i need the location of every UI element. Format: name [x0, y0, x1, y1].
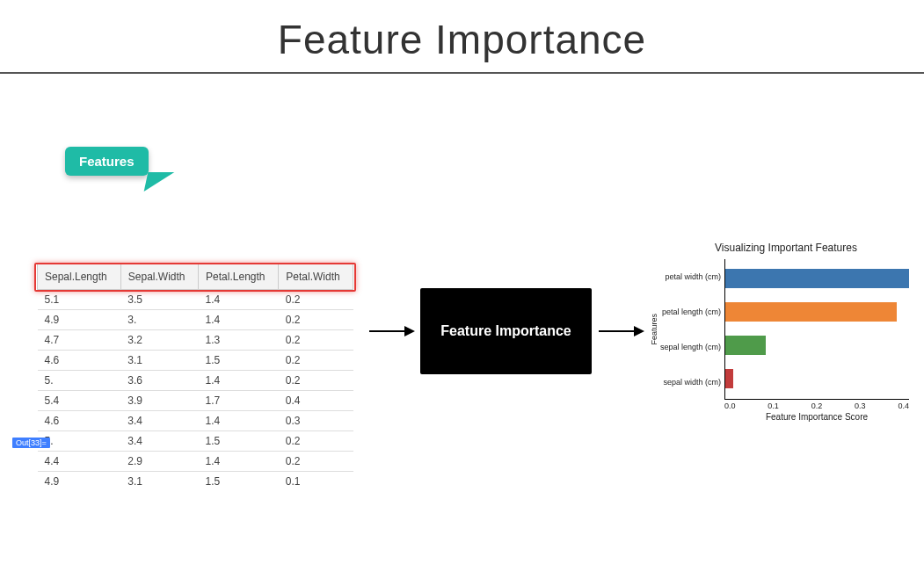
table-cell: 3. [120, 310, 198, 330]
chart-bar [725, 302, 897, 322]
chart-bar [725, 269, 909, 288]
table-row: 5.13.51.40.2 [38, 290, 353, 310]
table-cell: 3.5 [120, 290, 198, 310]
table-cell: 4.6 [38, 351, 121, 371]
table-cell: 1.4 [199, 290, 279, 310]
features-callout: Features [65, 147, 149, 176]
table-cell: 4.4 [38, 452, 121, 472]
table-cell: 0.2 [279, 351, 353, 371]
table-row: 4.63.41.40.3 [38, 411, 353, 431]
table-cell: 0.3 [279, 411, 353, 431]
x-tick-label: 0.4 [898, 402, 909, 410]
table-cell: 4.9 [38, 472, 121, 492]
chart-xlabel: Feature Importance Score [724, 412, 909, 422]
y-tick-label: petal width (cm) [660, 259, 721, 294]
table-row: 5.43.91.70.4 [38, 391, 353, 411]
table-cell: 1.4 [199, 371, 279, 391]
col-sepal-length: Sepal.Length [38, 264, 121, 290]
y-tick-label: sepal length (cm) [660, 329, 721, 365]
table-cell: 5.1 [38, 290, 121, 310]
table-cell: 5.4 [38, 391, 121, 411]
col-petal-width: Petal.Width [279, 264, 353, 290]
table-cell: 1.4 [199, 411, 279, 431]
table-row: 4.73.21.30.2 [38, 330, 353, 351]
table-row: 4.93.1.40.2 [38, 310, 353, 330]
table-row: 4.63.11.50.2 [38, 351, 353, 371]
arrow-icon [369, 330, 413, 332]
x-tick-label: 0.1 [768, 402, 779, 410]
table-cell: 0.2 [279, 310, 353, 330]
table-cell: 3.9 [120, 391, 198, 411]
x-tick-label: 0.3 [855, 402, 866, 410]
table-cell: 5. [38, 371, 121, 391]
table-cell: 3.6 [120, 371, 198, 391]
table-cell: 1.5 [199, 472, 279, 492]
col-petal-length: Petal.Length [199, 264, 279, 290]
table-cell: 1.5 [199, 351, 279, 371]
table-cell: 4.7 [38, 330, 121, 351]
table-cell: 3.2 [120, 330, 198, 351]
table-cell: 3.1 [120, 472, 198, 492]
table-cell: 3.1 [120, 351, 198, 371]
features-table: Sepal.Length Sepal.Width Petal.Length Pe… [37, 264, 353, 491]
x-tick-labels: 0.00.10.20.30.4 [724, 402, 909, 410]
x-tick-label: 0.2 [811, 402, 823, 410]
table-row: 5.3.41.50.2 [38, 431, 353, 452]
chart-title: Visualizing Important Features [650, 242, 922, 254]
table-cell: 1.4 [199, 310, 279, 330]
table-cell: 3.4 [120, 411, 198, 431]
table-cell: 1.5 [199, 431, 279, 452]
table-cell: 0.4 [279, 391, 353, 411]
table-cell: 0.2 [279, 431, 353, 452]
table-wrap: Features Out[33]= Sepal.Length Sepal.Wid… [37, 171, 353, 491]
table-cell: 0.2 [279, 452, 353, 472]
y-tick-label: petal length (cm) [660, 294, 721, 329]
arrow-icon [599, 330, 643, 332]
chart-ylabel: Features [650, 314, 658, 345]
table-cell: 4.9 [38, 310, 121, 330]
chart-bar [725, 369, 733, 388]
out-badge: Out[33]= [12, 438, 50, 448]
table-cell: 1.4 [199, 452, 279, 472]
table-cell: 0.2 [279, 371, 353, 391]
table-header-row: Sepal.Length Sepal.Width Petal.Length Pe… [38, 264, 353, 290]
table-row: 5.3.61.40.2 [38, 371, 353, 391]
plot-area [724, 259, 909, 400]
y-tick-labels: petal width (cm)petal length (cm)sepal l… [660, 259, 724, 400]
table-row: 4.42.91.40.2 [38, 452, 353, 472]
table-cell: 0.1 [279, 472, 353, 492]
x-tick-label: 0.0 [724, 402, 736, 410]
table-cell: 2.9 [120, 452, 198, 472]
table-row: 4.93.11.50.1 [38, 472, 353, 492]
table-cell: 3.4 [120, 431, 198, 452]
content-row: Features Out[33]= Sepal.Length Sepal.Wid… [0, 171, 924, 491]
title-divider [0, 72, 924, 74]
page-title: Feature Importance [0, 0, 924, 72]
y-tick-label: sepal width (cm) [660, 365, 721, 400]
chart-wrap: Visualizing Important Features Features … [650, 242, 922, 422]
chart-bar [725, 336, 766, 355]
table-cell: 0.2 [279, 290, 353, 310]
table-cell: 1.3 [199, 330, 279, 351]
table-cell: 0.2 [279, 330, 353, 351]
table-cell: 1.7 [199, 391, 279, 411]
feature-importance-box: Feature Importance [420, 288, 592, 374]
col-sepal-width: Sepal.Width [120, 264, 198, 290]
table-cell: 4.6 [38, 411, 121, 431]
